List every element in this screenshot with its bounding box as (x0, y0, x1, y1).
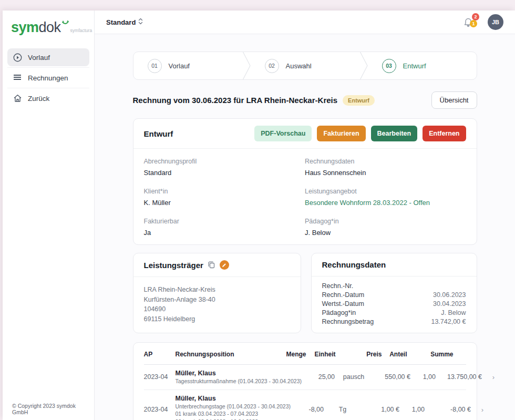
logo-subtitle: symfactura (70, 28, 92, 33)
list-icon (13, 73, 22, 83)
invoice-row-label: Rechnungsbetrag (322, 317, 374, 326)
payer-edit-badge[interactable] (220, 260, 229, 270)
invoice-button[interactable]: Fakturieren (317, 126, 365, 141)
payer-address-line: Kurfürsten-Anlage 38-40 (144, 295, 290, 305)
position-detail: 01 krank 03.04.2023 - 07.04.2023 (176, 411, 291, 417)
remove-button[interactable]: Entfernen (423, 126, 466, 141)
invoice-row-label: Rechn.-Datum (322, 291, 365, 300)
row-preis: 1,00 € (362, 406, 399, 413)
home-icon (13, 94, 22, 103)
field-value: Ja (144, 229, 305, 237)
logo-sym: sym (11, 19, 39, 36)
row-ap: 2023-04 (144, 373, 171, 381)
invoice-row: Rechn.-Datum 30.06.2023 (322, 291, 466, 300)
sidebar: symdok symfactura Vorlauf (3, 11, 95, 420)
row-menge: -8,00 (295, 406, 324, 413)
step-separator-icon (359, 52, 368, 79)
pencil-icon (222, 263, 226, 268)
sort-chevrons-icon (138, 18, 143, 26)
sidebar-nav: Vorlauf Rechnungen Zurück (3, 44, 94, 108)
table-row[interactable]: 2023-04 Müller, Klaus Tagesstrukturmaßna… (144, 365, 466, 390)
invoice-data-card: Rechnungsdaten Rechn.-Nr. Rechn.-Datum 3… (311, 253, 477, 333)
draft-card-title: Entwurf (144, 129, 173, 138)
step-number: 02 (265, 59, 279, 73)
smile-icon (61, 18, 69, 28)
row-position: Müller, Klaus Tagesstrukturmaßnahme (01.… (176, 370, 302, 385)
col-ap: AP (144, 351, 171, 358)
field-label: Abrechnungsprofil (144, 158, 305, 165)
notifications-bell[interactable]: 2 1 (464, 14, 477, 30)
step-label: Entwurf (403, 62, 426, 70)
invoice-row-label: Pädagog*in (322, 309, 356, 317)
field-abrechnungsprofil: Abrechnungsprofil Standard (144, 158, 305, 177)
content: 01 Vorlauf 02 Auswahl 03 E (95, 34, 515, 420)
page-title: Rechnung vom 30.06.2023 für LRA Rhein-Ne… (133, 96, 338, 105)
row-menge: 25,00 (306, 373, 335, 381)
field-label: Rechnungsdaten (305, 158, 466, 165)
step-03-entwurf[interactable]: 03 Entwurf (368, 52, 477, 79)
notification-badge-red: 2 (472, 13, 479, 21)
step-label: Vorlauf (169, 62, 190, 70)
invoice-row-value: 13.742,00 € (431, 317, 466, 326)
pdf-preview-button[interactable]: PDF-Vorschau (254, 126, 312, 141)
position-detail: Unterbrechungstage (01.04.2023 - 30.04.2… (176, 403, 291, 410)
field-value: J. Below (305, 229, 466, 237)
field-paedagogin: Pädagog*in J. Below (305, 218, 466, 237)
sidebar-item-label: Vorlauf (28, 54, 50, 62)
invoice-card-title: Rechnungsdaten (322, 260, 386, 269)
copyright: © Copyright 2023 symdok GmbH (3, 397, 94, 420)
sidebar-item-rechnungen[interactable]: Rechnungen (7, 69, 89, 87)
row-einheit: Tg (328, 406, 357, 413)
table-header: AP Rechnungsposition Menge Einheit Preis… (144, 343, 466, 365)
col-summe: Summe (411, 351, 454, 358)
invoice-row: Wertst.-Datum 30.04.2023 (322, 300, 466, 309)
invoice-row-value: J. Below (441, 309, 466, 317)
col-menge: Menge (277, 351, 306, 358)
sidebar-item-vorlauf[interactable]: Vorlauf (7, 48, 89, 66)
payer-address-line: LRA Rhein-Neckar-Kreis (144, 285, 290, 295)
heading-row: Rechnung vom 30.06.2023 für LRA Rhein-Ne… (133, 91, 477, 109)
table-row[interactable]: 2023-04 Müller, Klaus Unterbrechungstage… (144, 390, 466, 420)
row-summe: 13.750,00 € (440, 373, 482, 381)
profile-switcher-label: Standard (106, 18, 136, 26)
payer-card: Leistungsträger LRA Rhein-Neckar-Kreis K… (133, 253, 301, 333)
invoice-row: Rechn.-Nr. (322, 282, 466, 291)
logo: symdok symfactura (3, 11, 94, 44)
col-position: Rechnungsposition (176, 351, 273, 358)
step-02-auswahl[interactable]: 02 Auswahl (251, 52, 359, 79)
copy-icon (208, 261, 215, 269)
edit-button[interactable]: Bearbeiten (371, 126, 418, 141)
invoice-row-label: Rechn.-Nr. (322, 282, 354, 291)
field-rechnungsdaten: Rechnungsdaten Haus Sonnenschein (305, 158, 466, 177)
sidebar-item-label: Rechnungen (28, 74, 68, 82)
row-summe: -8,00 € (429, 406, 471, 413)
sidebar-item-zurueck[interactable]: Zurück (7, 89, 89, 107)
row-ap: 2023-04 (144, 406, 171, 413)
step-01-vorlauf[interactable]: 01 Vorlauf (133, 52, 242, 79)
position-detail: Tagesstrukturmaßnahme (01.04.2023 - 30.0… (176, 378, 302, 385)
field-leistungsangebot: Leistungsangebot Besondere Wohnform 28.0… (305, 188, 466, 207)
invoice-row: Pädagog*in J. Below (322, 309, 466, 317)
draft-card: Entwurf PDF-Vorschau Fakturieren Bearbei… (133, 118, 477, 245)
field-label: Pädagog*in (305, 218, 466, 225)
row-anteil: 1,00 (404, 406, 425, 413)
col-anteil: Anteil (386, 351, 407, 358)
row-preis: 550,00 € (373, 373, 410, 381)
step-separator-icon (242, 52, 251, 79)
avatar[interactable]: JB (488, 14, 503, 30)
leistungsangebot-link[interactable]: Besondere Wohnform 28.03.2022 - Offen (305, 199, 466, 207)
chevron-right-icon[interactable]: › (486, 373, 495, 381)
app-window: symdok symfactura Vorlauf (3, 11, 515, 420)
field-label: Klient*in (144, 188, 305, 195)
profile-switcher[interactable]: Standard (106, 18, 143, 26)
positions-table: AP Rechnungsposition Menge Einheit Preis… (133, 342, 477, 420)
chevron-right-icon[interactable]: › (475, 406, 483, 414)
topbar: Standard 2 1 JB (95, 11, 515, 34)
play-circle-icon (13, 53, 22, 62)
field-value: K. Müller (144, 199, 305, 207)
copy-button[interactable] (208, 261, 215, 269)
invoice-row-label: Wertst.-Datum (322, 300, 364, 309)
payer-address-line: 69115 Heidelberg (144, 314, 290, 324)
overview-button[interactable]: Übersicht (431, 91, 477, 109)
step-label: Auswahl (286, 62, 312, 70)
